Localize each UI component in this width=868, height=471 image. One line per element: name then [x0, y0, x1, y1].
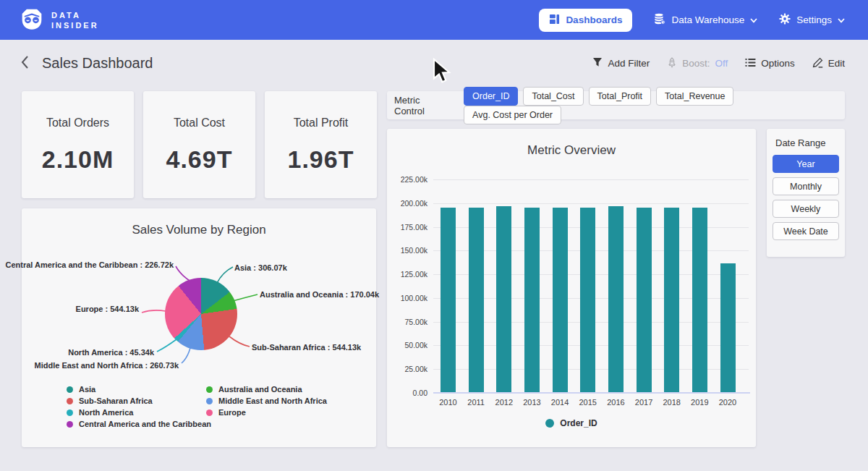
brand-name: DATA INSIDER	[51, 10, 99, 30]
pie-leader-line	[182, 348, 190, 363]
kpi-value: 1.96T	[288, 145, 354, 174]
legend-dot	[67, 386, 73, 393]
bar[interactable]	[441, 208, 456, 393]
bar[interactable]	[720, 263, 736, 393]
edit-button[interactable]: Edit	[812, 57, 845, 70]
metric-control-bar: Metric Control Order_IDTotal_CostTotal_P…	[387, 91, 845, 119]
kpi-value: 2.10M	[42, 145, 114, 174]
legend-item[interactable]: Sub-Saharan Africa	[67, 396, 206, 405]
date-range-card: Date Range YearMonthlyWeeklyWeek Date	[767, 129, 845, 257]
boost-toggle[interactable]: Boost: Off	[667, 57, 728, 70]
pie-leader-line	[217, 267, 233, 283]
pie[interactable]	[165, 278, 237, 350]
legend-label: Order_ID	[560, 418, 597, 428]
nav-dashboards-button[interactable]: Dashboards	[539, 9, 632, 32]
bar[interactable]	[553, 208, 568, 393]
pie-chart-card: Sales Volume by Region Asia : 306.07kAus…	[22, 208, 376, 447]
gridline	[433, 179, 749, 180]
gridline	[433, 203, 749, 204]
page-header: Sales Dashboard Add Filter Boost: Off	[0, 40, 868, 87]
y-axis-tick: 175.00k	[387, 223, 427, 232]
metric-option-button[interactable]: Total_Profit	[589, 87, 652, 106]
dashboards-icon	[549, 14, 560, 27]
nav-data-warehouse-label: Data Warehouse	[671, 14, 744, 25]
bar[interactable]	[496, 206, 511, 393]
x-axis-label: 2010	[434, 398, 463, 407]
owl-icon	[20, 7, 43, 33]
legend-dot	[545, 419, 554, 428]
x-axis-label: 2016	[601, 398, 630, 407]
y-axis-tick: 150.00k	[387, 246, 427, 255]
options-button[interactable]: Options	[745, 58, 795, 69]
pie-leader-line	[176, 266, 190, 281]
legend-item[interactable]: Middle East and North Africa	[206, 396, 327, 405]
legend-item[interactable]: Central America and the Caribbean	[67, 420, 206, 428]
bar[interactable]	[580, 208, 595, 393]
y-axis-tick: 125.00k	[387, 270, 427, 279]
nav-dashboards-label: Dashboards	[566, 14, 622, 25]
legend-item[interactable]: Australia and Oceania	[206, 385, 327, 394]
bar[interactable]	[469, 208, 484, 393]
bar[interactable]	[524, 208, 540, 393]
bar[interactable]	[637, 208, 652, 393]
legend-label: Middle East and North Africa	[218, 396, 327, 405]
metric-option-button[interactable]: Total_Revenue	[656, 87, 733, 106]
date-range-option-button[interactable]: Monthly	[773, 177, 839, 195]
bar[interactable]	[692, 208, 707, 393]
kpi-label: Total Orders	[46, 116, 109, 130]
chevron-left-icon	[20, 55, 29, 72]
pie-leader-line	[157, 339, 176, 352]
legend-item[interactable]: North America	[67, 408, 206, 417]
kpi-label: Total Cost	[174, 116, 225, 130]
kpi-card-total-orders: Total Orders 2.10M	[22, 91, 134, 198]
back-button[interactable]	[20, 55, 29, 72]
y-axis-tick: 200.00k	[387, 199, 427, 208]
kpi-value: 4.69T	[166, 145, 233, 174]
pie-chart-title: Sales Volume by Region	[22, 223, 376, 237]
nav-settings[interactable]: Settings	[779, 13, 845, 27]
legend-item[interactable]: Asia	[67, 385, 206, 394]
date-range-option-button[interactable]: Year	[773, 155, 839, 173]
x-axis-label: 2014	[545, 398, 574, 407]
metric-control-options: Order_IDTotal_CostTotal_ProfitTotal_Reve…	[464, 87, 838, 124]
y-axis-tick: 100.00k	[387, 294, 427, 302]
x-axis-label: 2013	[517, 398, 546, 407]
date-range-options: YearMonthlyWeeklyWeek Date	[773, 155, 839, 240]
database-icon	[654, 13, 665, 27]
pie-callout: Middle East and North Africa : 260.73k	[35, 361, 179, 370]
pencil-icon	[812, 57, 823, 70]
bar-chart-card: Metric Overview 0.0025.00k50.00k75.00k10…	[387, 129, 756, 447]
metric-option-button[interactable]: Avg. Cost per Order	[464, 106, 561, 124]
legend-dot	[206, 398, 213, 404]
metric-option-button[interactable]: Total_Cost	[523, 87, 583, 106]
legend-label: Sub-Saharan Africa	[79, 396, 153, 405]
pie-leader-line	[233, 294, 258, 301]
add-filter-button[interactable]: Add Filter	[592, 57, 650, 69]
kpi-label: Total Profit	[294, 116, 349, 130]
pie-legend: AsiaAustralia and OceaniaSub-Saharan Afr…	[67, 385, 327, 428]
date-range-option-button[interactable]: Weekly	[773, 200, 839, 218]
nav-data-warehouse[interactable]: Data Warehouse	[654, 13, 757, 27]
top-nav: DATA INSIDER Dashboards	[0, 0, 868, 40]
y-axis-tick: 0.00	[387, 389, 427, 397]
legend-dot	[67, 398, 73, 404]
nav-settings-label: Settings	[796, 14, 832, 25]
date-range-option-button[interactable]: Week Date	[773, 222, 839, 240]
legend-label: Australia and Oceania	[218, 385, 302, 394]
page-title: Sales Dashboard	[42, 55, 153, 72]
y-axis-tick: 225.00k	[387, 175, 427, 184]
legend-item[interactable]: Europe	[206, 408, 327, 417]
metric-option-button[interactable]: Order_ID	[464, 87, 518, 106]
bar[interactable]	[664, 208, 679, 393]
x-axis-label: 2018	[658, 398, 686, 407]
bar[interactable]	[608, 206, 624, 393]
pie-callout: North America : 45.34k	[68, 348, 154, 357]
options-label: Options	[761, 58, 795, 69]
edit-label: Edit	[828, 58, 845, 69]
bar-legend[interactable]: Order_ID	[387, 418, 756, 428]
x-axis-label: 2017	[629, 398, 658, 407]
x-axis-label: 2019	[685, 398, 714, 407]
rocket-icon	[667, 57, 677, 70]
app-logo[interactable]: DATA INSIDER	[20, 7, 99, 33]
add-filter-label: Add Filter	[608, 58, 650, 69]
